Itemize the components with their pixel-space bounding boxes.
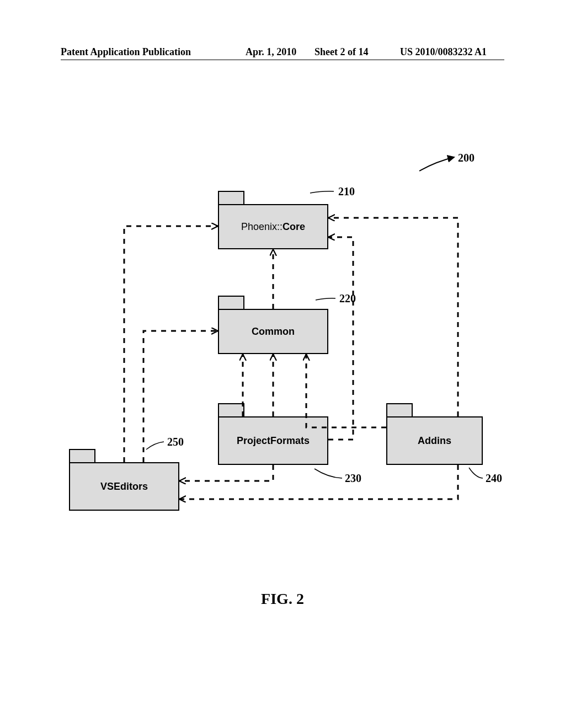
ref-label-200: 200	[458, 152, 475, 164]
package-projectformats-body: ProjectFormats	[218, 416, 328, 465]
package-common-label: Common	[252, 326, 295, 338]
package-vseditors-label: VSEditors	[100, 481, 148, 493]
ref-label-240: 240	[486, 472, 502, 485]
package-core-label-bold: Core	[282, 221, 305, 233]
package-addins: Addins	[386, 416, 483, 465]
package-vseditors-body: VSEditors	[69, 462, 179, 511]
package-common-body: Common	[218, 309, 328, 354]
package-projectformats-label: ProjectFormats	[237, 435, 310, 447]
package-common: Common	[218, 309, 328, 354]
ref-label-230: 230	[345, 472, 361, 485]
package-tab-icon	[386, 403, 413, 416]
package-projectformats: ProjectFormats	[218, 416, 328, 465]
package-addins-body: Addins	[386, 416, 483, 465]
package-core-label-prefix: Phoenix::	[241, 221, 282, 233]
ref-label-220: 220	[339, 292, 356, 305]
package-tab-icon	[69, 449, 95, 462]
package-tab-icon	[218, 403, 244, 416]
package-tab-icon	[218, 296, 244, 309]
package-addins-label: Addins	[418, 435, 451, 447]
ref-label-250: 250	[167, 436, 184, 448]
package-core: Phoenix::Core	[218, 204, 328, 249]
figure-caption: FIG. 2	[0, 590, 565, 608]
dependency-lines	[0, 0, 565, 607]
figure-diagram: Phoenix::Core Common ProjectFormats Addi…	[0, 0, 565, 607]
package-core-body: Phoenix::Core	[218, 204, 328, 249]
ref-label-210: 210	[338, 185, 355, 198]
package-vseditors: VSEditors	[69, 462, 179, 511]
package-tab-icon	[218, 191, 244, 204]
